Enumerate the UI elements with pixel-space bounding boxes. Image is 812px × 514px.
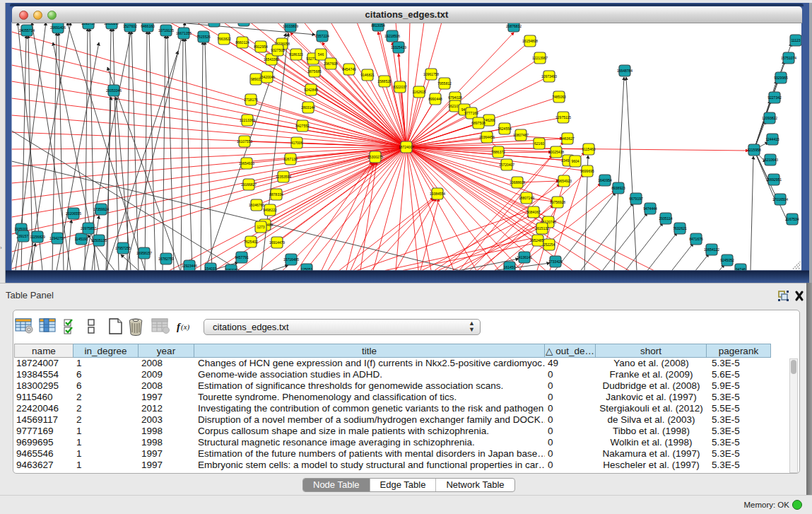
svg-text:2718176: 2718176 xyxy=(244,98,258,102)
svg-text:1273: 1273 xyxy=(257,225,264,229)
svg-text:1640954: 1640954 xyxy=(598,178,612,182)
svg-text:3215958: 3215958 xyxy=(747,148,761,152)
svg-text:17359924: 17359924 xyxy=(93,207,109,211)
svg-text:12213967: 12213967 xyxy=(532,56,548,60)
svg-text:16958157: 16958157 xyxy=(136,251,152,255)
svg-text:19654933: 19654933 xyxy=(239,161,254,165)
svg-text:12093822: 12093822 xyxy=(762,116,777,120)
svg-text:19218506: 19218506 xyxy=(384,34,400,38)
svg-text:20364456: 20364456 xyxy=(479,135,495,139)
svg-text:9327505: 9327505 xyxy=(271,48,285,52)
svg-text:62160: 62160 xyxy=(534,141,544,146)
svg-text:9604: 9604 xyxy=(571,159,579,163)
svg-text:16648784: 16648784 xyxy=(617,69,632,73)
svg-text:16914479: 16914479 xyxy=(269,240,285,245)
svg-text:8912954: 8912954 xyxy=(254,45,268,49)
svg-text:8322037: 8322037 xyxy=(393,85,407,89)
svg-text:3875685: 3875685 xyxy=(307,69,322,74)
svg-text:1145193: 1145193 xyxy=(74,237,88,241)
svg-text:15720407: 15720407 xyxy=(499,163,514,167)
svg-text:6679197: 6679197 xyxy=(629,197,643,201)
svg-text:9474444: 9474444 xyxy=(643,206,657,211)
svg-text:2967608: 2967608 xyxy=(324,62,338,66)
svg-text:17016504: 17016504 xyxy=(772,197,788,201)
svg-text:(x): (x) xyxy=(181,322,190,332)
svg-text:16210643: 16210643 xyxy=(763,158,778,162)
svg-text:13325419: 13325419 xyxy=(391,45,406,49)
svg-text:9777169: 9777169 xyxy=(464,111,478,115)
svg-text:9457791: 9457791 xyxy=(235,255,249,259)
svg-text:17957255: 17957255 xyxy=(115,246,131,250)
svg-text:1244415: 1244415 xyxy=(765,137,779,141)
svg-text:12923446: 12923446 xyxy=(182,264,197,268)
svg-text:10033809: 10033809 xyxy=(283,24,298,28)
svg-text:7632621: 7632621 xyxy=(673,226,687,230)
svg-text:19166827: 19166827 xyxy=(241,182,257,187)
svg-text:16046766: 16046766 xyxy=(249,203,264,207)
svg-text:9498222: 9498222 xyxy=(263,208,277,212)
svg-text:8186323: 8186323 xyxy=(289,52,303,57)
svg-text:6466160: 6466160 xyxy=(141,24,155,28)
svg-text:10688609: 10688609 xyxy=(510,180,525,185)
svg-text:18724007: 18724007 xyxy=(399,145,414,149)
svg-text:20691406: 20691406 xyxy=(50,25,66,30)
svg-text:12505135: 12505135 xyxy=(91,238,107,243)
svg-text:1167534: 1167534 xyxy=(785,217,799,221)
svg-text:18807249: 18807249 xyxy=(519,196,534,200)
svg-text:20053346: 20053346 xyxy=(106,88,122,93)
svg-text:7625402: 7625402 xyxy=(244,240,258,244)
svg-text:9329965: 9329965 xyxy=(774,76,788,80)
svg-text:1588520: 1588520 xyxy=(377,79,392,83)
svg-text:10961758: 10961758 xyxy=(423,72,439,76)
svg-text:9699695: 9699695 xyxy=(580,169,594,173)
svg-text:7357224: 7357224 xyxy=(315,34,329,38)
svg-text:16107553: 16107553 xyxy=(237,139,252,144)
svg-text:8938923: 8938923 xyxy=(611,186,625,190)
svg-text:19384554: 19384554 xyxy=(430,192,445,196)
svg-text:8427552: 8427552 xyxy=(295,124,310,128)
svg-text:1162615: 1162615 xyxy=(412,90,425,94)
svg-text:23420046: 23420046 xyxy=(259,75,275,79)
svg-text:9227342: 9227342 xyxy=(767,95,782,100)
svg-text:39157: 39157 xyxy=(18,234,28,238)
svg-text:14136141: 14136141 xyxy=(517,255,532,259)
svg-text:19756928: 19756928 xyxy=(550,200,565,204)
svg-text:20876832: 20876832 xyxy=(506,24,522,28)
svg-text:161450: 161450 xyxy=(504,265,516,269)
svg-text:19654923: 19654923 xyxy=(556,179,572,183)
svg-text:546: 546 xyxy=(318,52,324,57)
svg-text:252254: 252254 xyxy=(543,243,555,247)
svg-text:12353594: 12353594 xyxy=(276,175,291,179)
svg-text:15716485: 15716485 xyxy=(283,257,299,262)
svg-text:11156829: 11156829 xyxy=(30,235,45,239)
svg-text:3624554: 3624554 xyxy=(498,127,512,131)
svg-text:9242845: 9242845 xyxy=(304,88,318,92)
svg-text:12213369: 12213369 xyxy=(240,118,255,122)
svg-text:8660124: 8660124 xyxy=(235,40,249,45)
svg-text:16154808: 16154808 xyxy=(522,39,538,43)
svg-text:7663822: 7663822 xyxy=(217,37,231,41)
svg-text:2935114: 2935114 xyxy=(659,216,672,221)
svg-text:1733426: 1733426 xyxy=(548,259,563,264)
svg-text:6794028: 6794028 xyxy=(448,95,462,100)
svg-text:20975857: 20975857 xyxy=(81,226,96,230)
svg-text:2803144: 2803144 xyxy=(301,105,315,110)
svg-text:12975115: 12975115 xyxy=(555,115,571,119)
svg-text:8471676: 8471676 xyxy=(689,237,703,241)
svg-text:16782759: 16782759 xyxy=(158,257,174,261)
svg-text:11123: 11123 xyxy=(791,38,800,42)
svg-text:15751074: 15751074 xyxy=(781,56,796,60)
svg-text:8454749: 8454749 xyxy=(342,67,356,71)
svg-text:24055714: 24055714 xyxy=(19,28,35,33)
svg-text:9463627: 9463627 xyxy=(560,136,575,141)
svg-text:10973493: 10973493 xyxy=(541,74,557,78)
svg-text:7485063: 7485063 xyxy=(552,95,566,99)
svg-text:8878334: 8878334 xyxy=(269,192,283,197)
svg-text:10654122: 10654122 xyxy=(704,247,719,252)
svg-text:10719135: 10719135 xyxy=(158,28,174,33)
svg-text:6897508: 6897508 xyxy=(471,121,486,125)
svg-text:10807487: 10807487 xyxy=(513,133,529,137)
svg-text:9084067: 9084067 xyxy=(526,210,541,214)
svg-text:9146821: 9146821 xyxy=(360,73,375,77)
svg-text:8813054: 8813054 xyxy=(371,23,385,28)
